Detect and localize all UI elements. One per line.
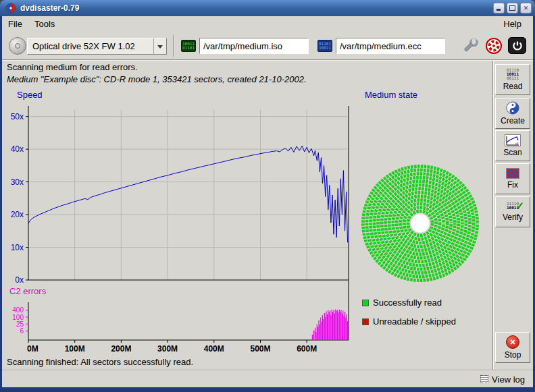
svg-text:30x: 30x — [11, 177, 24, 187]
svg-text:40x: 40x — [11, 144, 24, 154]
legend-item-read: Successfully read — [362, 298, 442, 308]
svg-text:400M: 400M — [204, 344, 224, 354]
svg-text:500M: 500M — [250, 344, 270, 354]
dropdown-arrow-icon — [153, 38, 166, 54]
menu-item-file[interactable]: File — [2, 17, 28, 31]
legend-label-read: Successfully read — [373, 298, 442, 308]
window-title: dvdisaster-0.79 — [20, 3, 491, 13]
preferences-wrench-button[interactable] — [462, 37, 480, 55]
stop-button[interactable]: ✕ Stop — [495, 332, 530, 363]
status-line-1: Scanning medium for read errors. — [7, 62, 138, 72]
drive-selector[interactable]: Optical drive 52X FW 1.02 — [27, 38, 167, 55]
scan-label: Scan — [503, 148, 521, 157]
iso-file-icon: 1001101101 — [181, 40, 196, 52]
dvdisaster-logo-icon — [486, 38, 501, 53]
legend-item-unreadable: Unreadable / skipped — [362, 316, 456, 327]
ecc-path-input[interactable] — [336, 38, 445, 54]
scan-button[interactable]: Scan — [495, 130, 530, 161]
svg-text:6: 6 — [20, 327, 24, 335]
verify-label: Verify — [503, 213, 523, 222]
menubar: File Tools Help — [2, 16, 533, 31]
fix-button[interactable]: Fix — [495, 163, 530, 194]
checker-fix-icon — [506, 168, 519, 179]
drive-selector-value: Optical drive 52X FW 1.02 — [28, 41, 153, 51]
svg-text:10x: 10x — [11, 243, 24, 252]
check-icon: ✓ — [515, 200, 524, 212]
stop-label: Stop — [505, 350, 521, 360]
svg-text:20x: 20x — [11, 210, 24, 219]
create-label: Create — [501, 116, 525, 125]
window-body: File Tools Help Optical drive 52X FW 1.0… — [2, 16, 533, 387]
dvdisaster-logo-button[interactable] — [485, 37, 503, 55]
toolbar: Optical drive 52X FW 1.02 1001101101 011… — [2, 31, 533, 60]
maximize-icon — [509, 5, 515, 11]
minimize-icon — [496, 9, 501, 11]
close-button[interactable]: ✕ — [520, 3, 532, 13]
drive-icon — [15, 43, 20, 49]
legend-swatch-green — [362, 300, 369, 306]
legend-label-unreadable: Unreadable / skipped — [373, 316, 456, 327]
medium-state-disc — [361, 164, 480, 283]
maximize-button[interactable] — [507, 3, 518, 13]
fix-label: Fix — [507, 180, 518, 190]
svg-text:25: 25 — [16, 320, 24, 328]
menu-item-tools[interactable]: Tools — [28, 17, 61, 31]
footer-bar: View log — [2, 370, 533, 387]
svg-text:200M: 200M — [111, 344, 131, 354]
minimize-button[interactable] — [493, 3, 505, 13]
app-window: dvdisaster-0.79 ✕ File Tools Help Optica… — [0, 0, 535, 392]
binary-check-icon: 11110 10011 ✓ — [503, 202, 522, 211]
binary-read-icon: 01110 10011 00111 — [507, 68, 519, 80]
ecc-file-icon: 0110110011 — [317, 40, 332, 52]
sidebar-separator — [492, 61, 494, 370]
app-icon — [5, 3, 16, 13]
read-label: Read — [503, 82, 523, 91]
verify-button[interactable]: 11110 10011 ✓ Verify — [495, 196, 530, 227]
svg-text:100M: 100M — [65, 344, 85, 354]
svg-text:0x: 0x — [15, 275, 24, 285]
iso-path-input[interactable] — [199, 38, 309, 54]
wrench-icon — [464, 39, 477, 52]
power-icon — [511, 40, 524, 52]
svg-text:600M: 600M — [297, 344, 317, 354]
stop-x-icon: ✕ — [506, 335, 519, 349]
view-log-label: View log — [492, 374, 525, 385]
toolbar-separator — [173, 35, 174, 57]
svg-text:50x: 50x — [11, 112, 24, 121]
log-icon — [480, 375, 488, 383]
drive-icon-button[interactable] — [9, 37, 26, 55]
scan-result-text: Scanning finished: All sectors successfu… — [7, 357, 193, 367]
quit-power-button[interactable] — [508, 37, 526, 54]
view-log-button[interactable]: View log — [476, 372, 529, 386]
read-button[interactable]: 01110 10011 00111 Read — [495, 64, 530, 95]
legend-swatch-red — [362, 318, 369, 325]
yin-yang-icon — [506, 101, 519, 115]
svg-text:0M: 0M — [27, 344, 39, 354]
status-line-2: Medium "Example disc": CD-R mode 1, 3534… — [7, 74, 307, 84]
titlebar: dvdisaster-0.79 ✕ — [0, 0, 535, 16]
create-button[interactable]: Create — [495, 98, 530, 129]
mini-chart-icon — [505, 134, 521, 146]
menu-item-help[interactable]: Help — [497, 17, 528, 31]
svg-text:300M: 300M — [157, 344, 178, 354]
